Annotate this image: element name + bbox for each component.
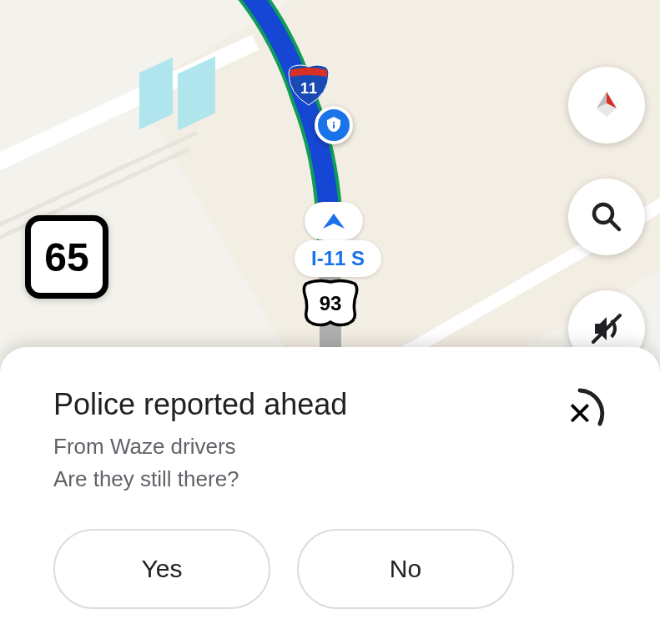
search-button[interactable] [568,179,645,255]
mute-icon [587,309,627,349]
route-label: I-11 S [295,240,381,277]
us-route-number: 93 [301,292,360,315]
direction-arrow-icon [305,202,363,240]
svg-line-1 [611,221,619,229]
search-icon [588,199,625,235]
alert-source: From Waze drivers [53,434,347,460]
speed-limit-value: 65 [44,234,88,280]
police-report-marker-icon[interactable] [315,106,353,144]
compass-button[interactable] [568,67,645,143]
alert-title: Police reported ahead [53,387,347,422]
yes-button[interactable]: Yes [53,529,270,609]
close-icon: ✕ [567,398,593,430]
speed-limit-sign: 65 [25,215,108,299]
alert-bottom-sheet: Police reported ahead From Waze drivers … [0,347,660,644]
compass-icon [585,83,628,127]
alert-question: Are they still there? [53,466,347,492]
dismiss-button[interactable]: ✕ [553,387,607,440]
interstate-number: 11 [285,80,332,98]
no-button[interactable]: No [297,529,514,609]
